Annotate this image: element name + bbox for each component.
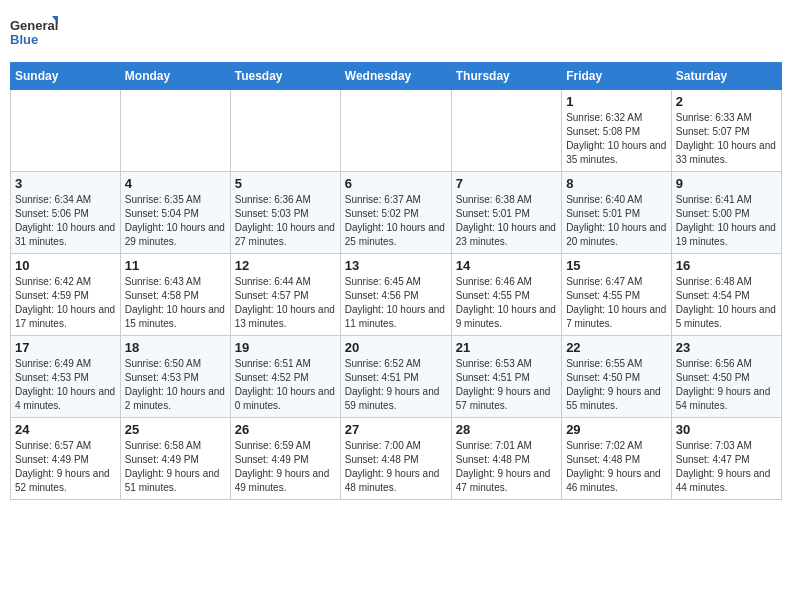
day-number: 6 [345,176,447,191]
day-info: Sunrise: 6:33 AM Sunset: 5:07 PM Dayligh… [676,111,777,167]
week-row-1: 1Sunrise: 6:32 AM Sunset: 5:08 PM Daylig… [11,90,782,172]
day-info: Sunrise: 6:56 AM Sunset: 4:50 PM Dayligh… [676,357,777,413]
day-info: Sunrise: 6:37 AM Sunset: 5:02 PM Dayligh… [345,193,447,249]
day-info: Sunrise: 6:34 AM Sunset: 5:06 PM Dayligh… [15,193,116,249]
day-number: 24 [15,422,116,437]
day-number: 19 [235,340,336,355]
day-number: 1 [566,94,667,109]
day-number: 22 [566,340,667,355]
day-cell: 25Sunrise: 6:58 AM Sunset: 4:49 PM Dayli… [120,418,230,500]
day-cell: 14Sunrise: 6:46 AM Sunset: 4:55 PM Dayli… [451,254,561,336]
day-cell: 9Sunrise: 6:41 AM Sunset: 5:00 PM Daylig… [671,172,781,254]
day-cell: 29Sunrise: 7:02 AM Sunset: 4:48 PM Dayli… [562,418,672,500]
day-info: Sunrise: 6:46 AM Sunset: 4:55 PM Dayligh… [456,275,557,331]
day-number: 13 [345,258,447,273]
day-cell [11,90,121,172]
day-cell: 13Sunrise: 6:45 AM Sunset: 4:56 PM Dayli… [340,254,451,336]
day-cell: 10Sunrise: 6:42 AM Sunset: 4:59 PM Dayli… [11,254,121,336]
day-number: 27 [345,422,447,437]
day-number: 17 [15,340,116,355]
day-number: 4 [125,176,226,191]
day-info: Sunrise: 6:47 AM Sunset: 4:55 PM Dayligh… [566,275,667,331]
day-cell: 1Sunrise: 6:32 AM Sunset: 5:08 PM Daylig… [562,90,672,172]
day-info: Sunrise: 6:48 AM Sunset: 4:54 PM Dayligh… [676,275,777,331]
day-number: 30 [676,422,777,437]
week-row-2: 3Sunrise: 6:34 AM Sunset: 5:06 PM Daylig… [11,172,782,254]
day-info: Sunrise: 6:55 AM Sunset: 4:50 PM Dayligh… [566,357,667,413]
day-info: Sunrise: 6:40 AM Sunset: 5:01 PM Dayligh… [566,193,667,249]
day-info: Sunrise: 6:49 AM Sunset: 4:53 PM Dayligh… [15,357,116,413]
day-cell: 26Sunrise: 6:59 AM Sunset: 4:49 PM Dayli… [230,418,340,500]
day-info: Sunrise: 6:32 AM Sunset: 5:08 PM Dayligh… [566,111,667,167]
day-info: Sunrise: 6:43 AM Sunset: 4:58 PM Dayligh… [125,275,226,331]
weekday-header-monday: Monday [120,63,230,90]
day-cell [120,90,230,172]
week-row-3: 10Sunrise: 6:42 AM Sunset: 4:59 PM Dayli… [11,254,782,336]
day-number: 21 [456,340,557,355]
day-cell [230,90,340,172]
day-cell: 5Sunrise: 6:36 AM Sunset: 5:03 PM Daylig… [230,172,340,254]
day-cell: 6Sunrise: 6:37 AM Sunset: 5:02 PM Daylig… [340,172,451,254]
day-info: Sunrise: 6:44 AM Sunset: 4:57 PM Dayligh… [235,275,336,331]
day-info: Sunrise: 6:45 AM Sunset: 4:56 PM Dayligh… [345,275,447,331]
day-cell: 3Sunrise: 6:34 AM Sunset: 5:06 PM Daylig… [11,172,121,254]
day-info: Sunrise: 7:03 AM Sunset: 4:47 PM Dayligh… [676,439,777,495]
day-number: 26 [235,422,336,437]
day-cell [451,90,561,172]
day-number: 28 [456,422,557,437]
day-info: Sunrise: 6:42 AM Sunset: 4:59 PM Dayligh… [15,275,116,331]
day-cell: 16Sunrise: 6:48 AM Sunset: 4:54 PM Dayli… [671,254,781,336]
day-info: Sunrise: 6:51 AM Sunset: 4:52 PM Dayligh… [235,357,336,413]
weekday-header-wednesday: Wednesday [340,63,451,90]
svg-text:Blue: Blue [10,32,38,47]
day-number: 25 [125,422,226,437]
logo: General Blue [10,14,58,54]
day-info: Sunrise: 6:58 AM Sunset: 4:49 PM Dayligh… [125,439,226,495]
day-info: Sunrise: 6:50 AM Sunset: 4:53 PM Dayligh… [125,357,226,413]
day-number: 3 [15,176,116,191]
day-info: Sunrise: 6:38 AM Sunset: 5:01 PM Dayligh… [456,193,557,249]
day-number: 2 [676,94,777,109]
weekday-header-thursday: Thursday [451,63,561,90]
weekday-header-sunday: Sunday [11,63,121,90]
day-number: 20 [345,340,447,355]
day-cell [340,90,451,172]
day-number: 12 [235,258,336,273]
day-cell: 28Sunrise: 7:01 AM Sunset: 4:48 PM Dayli… [451,418,561,500]
weekday-header-saturday: Saturday [671,63,781,90]
week-row-5: 24Sunrise: 6:57 AM Sunset: 4:49 PM Dayli… [11,418,782,500]
day-number: 10 [15,258,116,273]
svg-text:General: General [10,18,58,33]
day-cell: 2Sunrise: 6:33 AM Sunset: 5:07 PM Daylig… [671,90,781,172]
day-cell: 21Sunrise: 6:53 AM Sunset: 4:51 PM Dayli… [451,336,561,418]
calendar-table: SundayMondayTuesdayWednesdayThursdayFrid… [10,62,782,500]
day-cell: 22Sunrise: 6:55 AM Sunset: 4:50 PM Dayli… [562,336,672,418]
day-info: Sunrise: 6:41 AM Sunset: 5:00 PM Dayligh… [676,193,777,249]
day-cell: 27Sunrise: 7:00 AM Sunset: 4:48 PM Dayli… [340,418,451,500]
day-number: 18 [125,340,226,355]
header: General Blue [10,10,782,54]
day-info: Sunrise: 6:35 AM Sunset: 5:04 PM Dayligh… [125,193,226,249]
day-number: 23 [676,340,777,355]
day-cell: 19Sunrise: 6:51 AM Sunset: 4:52 PM Dayli… [230,336,340,418]
day-number: 8 [566,176,667,191]
week-row-4: 17Sunrise: 6:49 AM Sunset: 4:53 PM Dayli… [11,336,782,418]
day-info: Sunrise: 7:00 AM Sunset: 4:48 PM Dayligh… [345,439,447,495]
day-number: 9 [676,176,777,191]
day-number: 16 [676,258,777,273]
day-number: 29 [566,422,667,437]
weekday-header-row: SundayMondayTuesdayWednesdayThursdayFrid… [11,63,782,90]
day-info: Sunrise: 6:53 AM Sunset: 4:51 PM Dayligh… [456,357,557,413]
day-cell: 18Sunrise: 6:50 AM Sunset: 4:53 PM Dayli… [120,336,230,418]
logo-svg: General Blue [10,14,58,54]
day-info: Sunrise: 6:36 AM Sunset: 5:03 PM Dayligh… [235,193,336,249]
day-cell: 7Sunrise: 6:38 AM Sunset: 5:01 PM Daylig… [451,172,561,254]
day-info: Sunrise: 6:52 AM Sunset: 4:51 PM Dayligh… [345,357,447,413]
day-cell: 15Sunrise: 6:47 AM Sunset: 4:55 PM Dayli… [562,254,672,336]
day-number: 11 [125,258,226,273]
day-cell: 20Sunrise: 6:52 AM Sunset: 4:51 PM Dayli… [340,336,451,418]
day-number: 15 [566,258,667,273]
day-cell: 17Sunrise: 6:49 AM Sunset: 4:53 PM Dayli… [11,336,121,418]
day-info: Sunrise: 6:57 AM Sunset: 4:49 PM Dayligh… [15,439,116,495]
weekday-header-friday: Friday [562,63,672,90]
